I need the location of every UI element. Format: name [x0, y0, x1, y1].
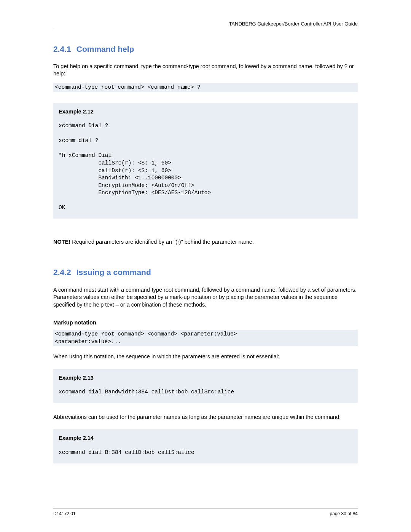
footer-page-number: page 30 of 84: [330, 511, 358, 517]
section2-intro: A command must start with a command-type…: [53, 286, 358, 309]
example-2-13-title: Example 2.13: [59, 374, 352, 382]
footer-doc-id: D14172.01: [53, 511, 76, 517]
example-2-14: Example 2.14 xcommand dial B:384 callD:b…: [53, 429, 358, 463]
section-title: Issuing a command: [76, 268, 151, 276]
section-title: Command help: [76, 45, 134, 53]
section-heading-command-help: 2.4.1Command help: [53, 44, 358, 54]
example-2-14-title: Example 2.14: [59, 435, 352, 442]
page-footer: D14172.01 page 30 of 84: [53, 508, 358, 517]
note-required-params: NOTE! Required parameters are identified…: [53, 238, 358, 246]
section1-intro: To get help on a specific command, type …: [53, 63, 358, 78]
header-rule: [53, 30, 358, 30]
note-text: Required parameters are identified by an…: [70, 239, 254, 245]
example-2-13-code: xcommand dial Bandwidth:384 callDst:bob …: [59, 388, 352, 396]
example-2-12-code: xcommand Dial ? xcomm dial ? *h xCommand…: [59, 122, 352, 212]
section-heading-issuing-command: 2.4.2Issuing a command: [53, 267, 358, 278]
code-syntax-markup: <command-type root command> <command> <p…: [53, 330, 358, 346]
header-doc-title: TANDBERG Gatekeeper/Border Controller AP…: [53, 21, 358, 30]
example-2-13: Example 2.13 xcommand dial Bandwidth:384…: [53, 369, 358, 403]
example-2-12-title: Example 2.12: [59, 108, 352, 116]
abbreviation-note: Abbreviations can be used for the parame…: [53, 414, 358, 421]
code-syntax-help: <command-type root command> <command nam…: [53, 83, 358, 92]
page: TANDBERG Gatekeeper/Border Controller AP…: [0, 0, 411, 532]
markup-notation-heading: Markup notation: [53, 319, 358, 327]
example-2-12: Example 2.12 xcommand Dial ? xcomm dial …: [53, 103, 358, 219]
section-number: 2.4.2: [53, 268, 71, 276]
note-label: NOTE!: [53, 239, 70, 245]
example-2-14-code: xcommand dial B:384 callD:bob callS:alic…: [59, 449, 352, 457]
markup-sequence-note: When using this notation, the sequence i…: [53, 353, 358, 361]
section-number: 2.4.1: [53, 45, 71, 53]
